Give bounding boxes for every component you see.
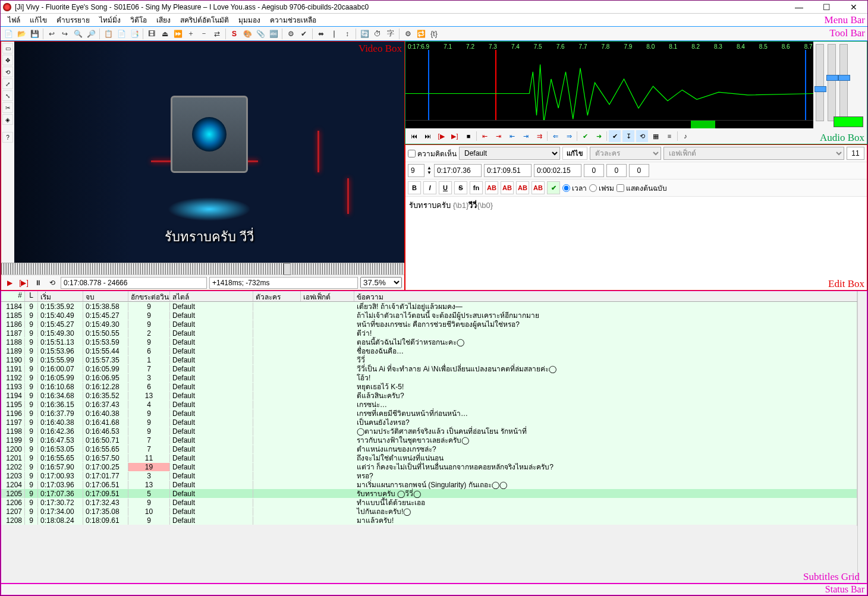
spectrum-icon[interactable]: ▦ (650, 130, 662, 142)
autoscroll-icon[interactable]: ⟲ (46, 277, 58, 289)
shift-times-icon[interactable]: ⇄ (211, 28, 223, 40)
replace-icon[interactable]: 🔎 (85, 28, 97, 40)
minimize-button[interactable]: — (785, 1, 813, 14)
color1-button[interactable]: AB (485, 181, 498, 194)
menu-automation[interactable]: สคริปต์อัตโนมัติ (175, 13, 234, 27)
audio-hscroll[interactable] (405, 120, 813, 128)
automation-icon[interactable]: ⚙ (285, 28, 297, 40)
grid-scrollbar[interactable] (857, 291, 867, 583)
play-first-icon[interactable]: ⇤ (506, 130, 518, 142)
play-last-icon[interactable]: ⇥ (520, 130, 532, 142)
autoscroll-audio-icon[interactable]: ⟲ (636, 130, 648, 142)
redo-icon[interactable]: ↪ (59, 28, 71, 40)
copy-icon[interactable]: 📋 (102, 28, 114, 40)
menu-view[interactable]: มุมมอง (234, 13, 265, 27)
karaoke-icon[interactable]: ♪ (680, 130, 691, 142)
margin-r-field[interactable] (606, 164, 627, 177)
margin-l-field[interactable] (584, 164, 604, 177)
italic-button[interactable]: I (423, 181, 436, 194)
time-radio[interactable]: เวลา (562, 182, 587, 194)
save-icon[interactable]: 💾 (29, 28, 40, 40)
options-icon[interactable]: ⚙ (402, 28, 414, 40)
tool-rotz-icon[interactable]: ⟲ (2, 67, 13, 77)
spellcheck-icon[interactable]: ✔ (298, 28, 310, 40)
leadin-icon[interactable]: ⇐ (549, 130, 561, 142)
style-manager-icon[interactable]: 🎨 (241, 28, 253, 40)
strike-button[interactable]: S (454, 181, 467, 194)
attach-icon[interactable]: 📎 (254, 28, 266, 40)
menu-audio[interactable]: เสียง (152, 13, 175, 27)
font-collector-icon[interactable]: 🔤 (268, 28, 279, 40)
close-button[interactable]: ✕ (840, 1, 867, 14)
tpp-icon[interactable]: ⏱ (372, 28, 383, 40)
layer-down-icon[interactable]: ▼ (427, 171, 432, 175)
color4-button[interactable]: AB (532, 181, 545, 194)
bold-button[interactable]: B (408, 181, 421, 194)
color3-button[interactable]: AB (516, 181, 529, 194)
kanji-timer-icon[interactable]: 字 (385, 28, 397, 40)
effect-select[interactable]: เอฟเฟ็กต์ (663, 147, 844, 160)
edit-style-button[interactable]: แก้ไข (562, 147, 587, 160)
jump-icon[interactable]: ⏩ (172, 28, 184, 40)
play-line-icon[interactable]: [▶] (18, 277, 30, 289)
volume-slider[interactable] (839, 44, 848, 121)
commit-button[interactable]: ✔ (547, 181, 560, 194)
maximize-button[interactable]: ☐ (813, 1, 840, 14)
play-to-end-icon[interactable]: ⇉ (533, 130, 545, 142)
video-subdelay-field[interactable] (209, 277, 358, 289)
font-button[interactable]: fn (470, 181, 483, 194)
tool-help-icon[interactable]: ? (2, 132, 13, 143)
duration-field[interactable] (534, 164, 581, 177)
menu-file[interactable]: ไฟล์ (3, 13, 25, 27)
snap-icon[interactable]: ⎹⎸ (328, 28, 340, 40)
menu-help[interactable]: ความช่วยเหลือ (265, 13, 321, 27)
video-close-icon[interactable]: ⏏ (159, 28, 171, 40)
find-icon[interactable]: 🔍 (72, 28, 84, 40)
new-icon[interactable]: 📄 (2, 28, 14, 40)
video-time-field[interactable] (61, 277, 207, 289)
play-line-icon[interactable]: ▶] (449, 130, 461, 142)
pause-icon[interactable]: ⏸ (32, 277, 44, 289)
next-line-icon[interactable]: ⏭ (422, 130, 433, 142)
grid-body[interactable]: 118490:15:35.920:15:38.589Defaultเดี๋ยวส… (1, 302, 857, 583)
video-seekbar[interactable] (1, 263, 404, 275)
stop-icon[interactable]: ■ (463, 130, 474, 142)
styles-icon[interactable]: S (228, 28, 240, 40)
color2-button[interactable]: AB (501, 181, 514, 194)
autocommit-icon[interactable]: ✔ (609, 130, 621, 142)
tool-vclip-icon[interactable]: ◈ (2, 114, 13, 125)
shift-icon[interactable]: ⬌ (315, 28, 327, 40)
tool-std-icon[interactable]: ▭ (2, 43, 13, 53)
subtitle-edit-area[interactable]: รับทราบครับ {\b1}วีวี่{\b0} (405, 197, 867, 290)
link-slider-button[interactable] (834, 116, 863, 127)
vzoom-slider[interactable] (828, 44, 836, 121)
menu-timing[interactable]: ไทม์มิ่ง (95, 13, 125, 27)
start-time-field[interactable] (434, 164, 482, 177)
tool-scale-icon[interactable]: ⤡ (2, 90, 13, 101)
comment-checkbox[interactable]: ความคิดเห็น (408, 148, 457, 159)
margin-v-field[interactable] (629, 164, 649, 177)
table-row[interactable]: 120890:18:08.240:18:09.619Defaultมาแล้วค… (1, 516, 857, 525)
hzoom-slider[interactable] (816, 44, 824, 121)
goto-icon[interactable]: ➜ (593, 130, 605, 142)
menu-edit[interactable]: แก้ไข (25, 13, 52, 27)
resample-icon[interactable]: 🔄 (358, 28, 370, 40)
play-after-icon[interactable]: ⇥ (492, 130, 504, 142)
underline-button[interactable]: U (439, 181, 452, 194)
paste-icon[interactable]: 📄 (115, 28, 127, 40)
video-display[interactable]: รับทราบครับ วีวี่ (14, 42, 404, 263)
autonext-icon[interactable]: ↧ (622, 130, 634, 142)
undo-icon[interactable]: ↩ (46, 28, 58, 40)
play-sel-icon[interactable]: [▶ (435, 130, 447, 142)
video-open-icon[interactable]: 🎞 (146, 28, 158, 40)
cycle-icon[interactable]: 🔁 (415, 28, 427, 40)
end-time-field[interactable] (484, 164, 532, 177)
tag-hide-icon[interactable]: {t} (428, 28, 440, 40)
audio-waveform[interactable] (405, 50, 813, 120)
leadout-icon[interactable]: ⇒ (563, 130, 575, 142)
frame-radio[interactable]: เฟรม (589, 182, 614, 194)
commit-icon[interactable]: ✔ (579, 130, 591, 142)
tool-drag-icon[interactable]: ✥ (2, 55, 13, 65)
show-original-checkbox[interactable]: แสดงต้นฉบับ (617, 182, 667, 194)
menu-video[interactable]: วิดีโอ (125, 13, 152, 27)
